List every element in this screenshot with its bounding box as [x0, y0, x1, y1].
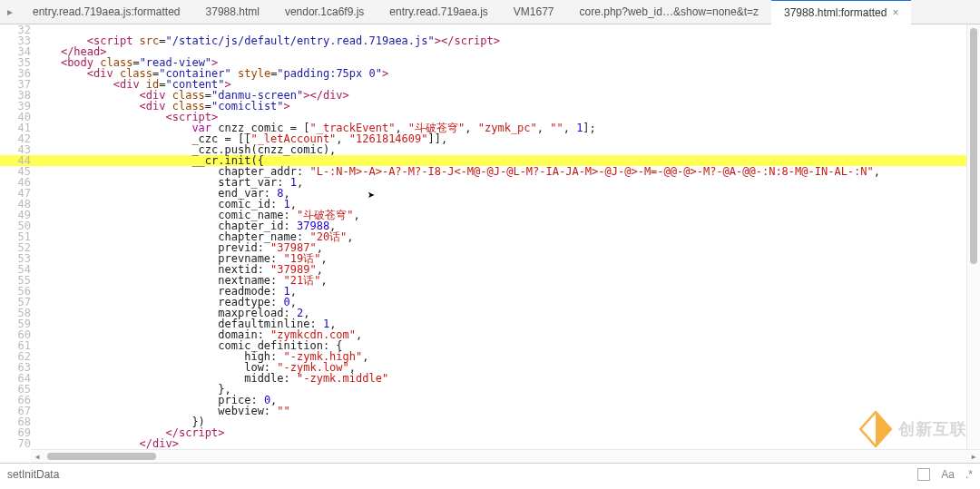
toggle-sources-icon[interactable]: ▸: [0, 5, 20, 18]
code-line: <script src="/static/js/default/entry.re…: [34, 35, 980, 46]
line-number: 71: [0, 449, 34, 450]
tab-bar: ▸ entry.read.719aea.js:formatted 37988.h…: [0, 0, 980, 24]
status-bar: setInitData Aa .*: [0, 463, 980, 485]
code-area[interactable]: 32 33 <script src="/static/js/default/en…: [0, 24, 980, 450]
close-tab-icon[interactable]: ×: [892, 6, 898, 19]
tab-entry-js[interactable]: entry.read.719aea.js: [377, 0, 501, 24]
scrollbar-thumb[interactable]: [47, 453, 156, 460]
tab-vm1677[interactable]: VM1677: [501, 0, 567, 24]
scroll-left-icon[interactable]: ◂: [31, 450, 44, 463]
tab-core-php[interactable]: core.php?web_id…&show=none&t=z: [567, 0, 771, 24]
tab-37988-html[interactable]: 37988.html: [193, 0, 272, 24]
scrollbar-thumb[interactable]: [970, 28, 977, 264]
code-editor[interactable]: 32 33 <script src="/static/js/default/en…: [0, 24, 980, 463]
regex-toggle[interactable]: .*: [965, 468, 973, 481]
search-option-icon[interactable]: [917, 468, 930, 481]
scroll-right-icon[interactable]: ▸: [967, 450, 980, 463]
horizontal-scrollbar[interactable]: ◂ ▸: [31, 449, 980, 463]
tab-37988-formatted[interactable]: 37988.html:formatted×: [771, 0, 911, 24]
tab-entry-formatted[interactable]: entry.read.719aea.js:formatted: [20, 0, 193, 24]
match-case-toggle[interactable]: Aa: [941, 468, 955, 481]
vertical-scrollbar[interactable]: [966, 24, 980, 450]
tab-vendor-js[interactable]: vendor.1ca6f9.js: [272, 0, 377, 24]
status-text: setInitData: [7, 468, 59, 481]
